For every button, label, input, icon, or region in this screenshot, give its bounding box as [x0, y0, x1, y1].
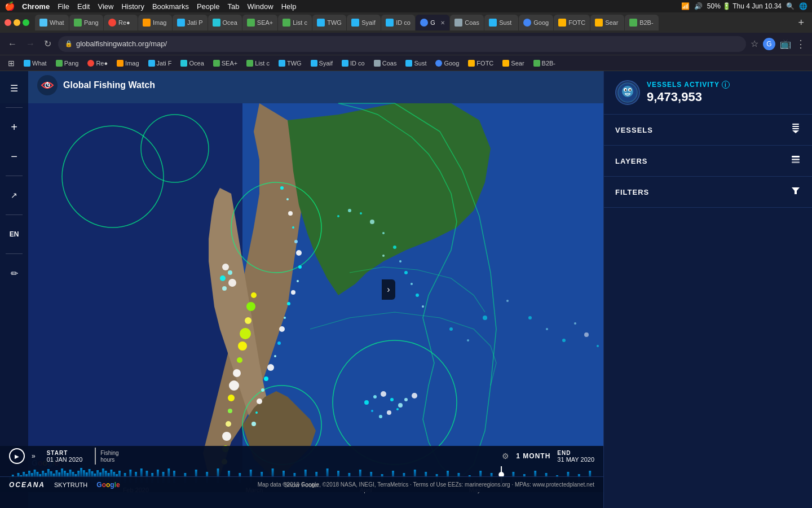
bookmark-apps[interactable]: ⊞ [5, 58, 18, 69]
menu-file[interactable]: File [58, 2, 69, 11]
svg-rect-184 [792, 128, 799, 129]
bookmark-ocea[interactable]: Ocea [177, 59, 207, 68]
tab-sust[interactable]: Sust [484, 15, 518, 30]
info-icon[interactable]: i [722, 81, 730, 89]
show-footer-button[interactable]: Show Footer [284, 481, 319, 488]
svg-point-78 [228, 279, 236, 287]
tab-g-active[interactable]: G ✕ [416, 15, 449, 30]
bookmark-b2b[interactable]: B2B- [530, 59, 559, 68]
menu-edit[interactable]: Edit [77, 2, 90, 11]
footer-bar: OCEANA SKYTRUTH Google Show Footer Map d… [0, 476, 603, 492]
bookmark-twg[interactable]: TWG [275, 59, 305, 68]
menu-window[interactable]: Window [247, 2, 273, 11]
cast-icon[interactable]: 📺 [780, 38, 791, 49]
menu-tab[interactable]: Tab [227, 2, 239, 11]
close-button[interactable] [5, 19, 11, 26]
zoom-out-button[interactable]: − [4, 146, 24, 167]
apple-menu[interactable]: 🍎 [5, 1, 15, 11]
language-button[interactable]: EN [4, 224, 24, 244]
bookmark-imag[interactable]: Imag [113, 59, 142, 68]
tab-list[interactable]: List c [278, 15, 312, 30]
tab-goog[interactable]: Goog [519, 15, 553, 30]
skip-forward-button[interactable]: » [32, 452, 36, 460]
tab-sea[interactable]: SEA+ [242, 15, 277, 30]
menu-dots-icon[interactable]: ⋮ [796, 38, 806, 50]
filters-section[interactable]: FILTERS [604, 177, 812, 208]
menu-people[interactable]: People [197, 2, 219, 11]
bookmark-list[interactable]: List c [243, 59, 273, 68]
bookmark-jati[interactable]: Jati F [145, 59, 175, 68]
tab-ocea[interactable]: Ocea [208, 15, 242, 30]
bookmark-syaif[interactable]: Syaif [307, 59, 336, 68]
new-tab-button[interactable]: + [795, 17, 807, 29]
bookmark-coas[interactable]: Coas [370, 59, 400, 68]
tabs-container: What Pang Re● Imag Jati P Ocea SEA+ Lis [35, 15, 792, 30]
svg-point-56 [370, 220, 374, 224]
sidebar-divider-1 [6, 107, 23, 108]
vessels-section[interactable]: VESSELS [604, 115, 812, 146]
svg-point-58 [393, 246, 396, 249]
tab-syaif[interactable]: Syaif [347, 15, 381, 30]
menu-chrome[interactable]: Chrome [22, 2, 50, 11]
map-area[interactable]: Global Fishing Watch › ☰ + − ↗ [0, 71, 603, 508]
svg-point-43 [373, 395, 377, 398]
bookmark-star-icon[interactable]: ☆ [751, 38, 758, 49]
end-label-area: END 31 MAY 2020 [557, 450, 594, 463]
bookmark-pang[interactable]: Pang [52, 59, 82, 68]
svg-point-29 [246, 302, 255, 311]
tab-pang[interactable]: Pang [69, 15, 103, 30]
svg-point-24 [261, 388, 264, 392]
tab-fotc[interactable]: FOTC [554, 15, 590, 30]
menu-help[interactable]: Help [281, 2, 297, 11]
tab-idco[interactable]: ID co [381, 15, 415, 30]
minimize-button[interactable] [14, 19, 20, 26]
layers-section[interactable]: LAYERS [604, 146, 812, 177]
menu-hamburger-button[interactable]: ☰ [4, 78, 24, 98]
menu-bookmarks[interactable]: Bookmarks [152, 2, 189, 11]
menu-view[interactable]: View [98, 2, 113, 11]
bookmark-goog[interactable]: Goog [432, 59, 462, 68]
tab-coas[interactable]: Coas [450, 15, 484, 30]
url-bar[interactable]: 🔒 globalfishingwatch.org/map/ [58, 36, 746, 52]
svg-point-53 [337, 215, 339, 217]
menu-history[interactable]: History [121, 2, 144, 11]
tab-what[interactable]: What [35, 15, 69, 30]
reload-button[interactable]: ↻ [42, 36, 54, 51]
bookmark-docs[interactable]: What [20, 59, 50, 68]
bookmark-idco[interactable]: ID co [338, 59, 368, 68]
bookmark-sea[interactable]: SEA+ [210, 59, 241, 68]
maximize-button[interactable] [23, 19, 29, 26]
tab-sear[interactable]: Sear [590, 15, 624, 30]
svg-point-25 [257, 398, 262, 404]
panel-toggle-button[interactable]: › [382, 279, 395, 300]
bookmark-fotc[interactable]: FOTC [465, 59, 497, 68]
forward-button[interactable]: → [24, 37, 37, 51]
tab-b2b[interactable]: B2B- [625, 15, 659, 30]
svg-point-15 [297, 280, 299, 282]
tab-re[interactable]: Re● [104, 15, 138, 30]
chrome-account-icon[interactable]: G [763, 38, 775, 50]
tab-imag[interactable]: Imag [138, 15, 172, 30]
bookmark-sear[interactable]: Sear [499, 59, 527, 68]
svg-point-76 [228, 270, 232, 275]
tab-twg[interactable]: TWG [312, 15, 346, 30]
bookmark-sust[interactable]: Sust [402, 59, 430, 68]
svg-point-12 [294, 240, 298, 243]
vessels-download-icon [791, 124, 801, 136]
zoom-in-button[interactable]: + [4, 117, 24, 137]
back-button[interactable]: ← [6, 37, 19, 51]
sidebar-divider-2 [6, 176, 23, 176]
svg-point-70 [546, 328, 548, 330]
share-button[interactable]: ↗ [4, 185, 24, 205]
timeline-settings-icon[interactable]: ⚙ [502, 452, 509, 461]
play-button[interactable]: ▶ [9, 448, 25, 464]
bookmark-re[interactable]: Re● [84, 59, 111, 68]
svg-point-17 [287, 302, 290, 305]
svg-point-26 [255, 411, 258, 414]
layers-label: LAYERS [615, 157, 648, 165]
svg-point-65 [449, 327, 453, 331]
ruler-button[interactable]: ✏ [4, 263, 24, 283]
svg-point-42 [364, 400, 369, 405]
tab-jati[interactable]: Jati P [173, 15, 208, 30]
gfw-title: Global Fishing Watch [63, 80, 155, 90]
